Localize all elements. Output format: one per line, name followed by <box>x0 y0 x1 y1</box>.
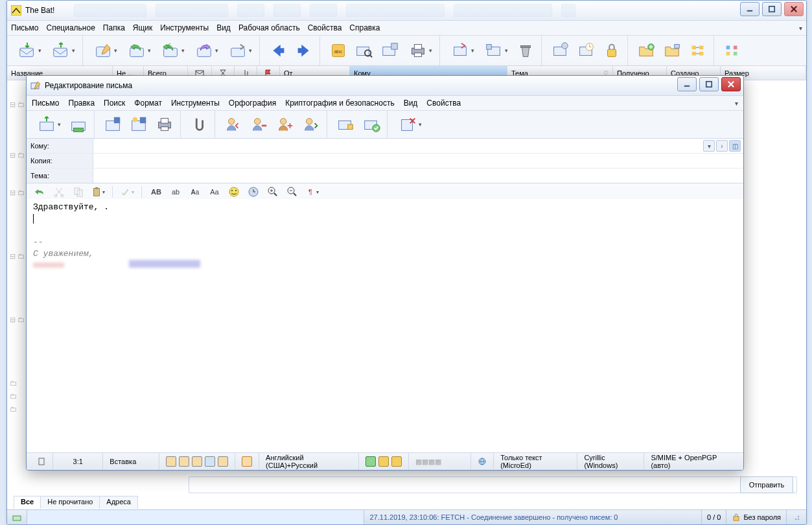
close-button[interactable] <box>784 2 804 16</box>
menu-message[interactable]: Письмо <box>11 23 39 32</box>
forward-button[interactable]: ▾ <box>191 39 222 62</box>
confirm-button[interactable] <box>360 113 383 136</box>
save-draft-button[interactable] <box>101 113 124 136</box>
reply-all-button[interactable]: ▾ <box>157 39 188 62</box>
next-button[interactable] <box>292 39 316 62</box>
special-chars-button[interactable]: ¶▾ <box>304 184 319 200</box>
emenu-edit[interactable]: Правка <box>69 99 95 108</box>
editor-body[interactable]: Здравствуйте, . -- С уважением, <box>27 199 743 453</box>
scheduler-button[interactable] <box>574 39 597 62</box>
folder-properties-button[interactable] <box>660 39 684 62</box>
emenu-search[interactable]: Поиск <box>104 99 125 108</box>
undo-button[interactable] <box>32 184 47 200</box>
cut-button[interactable] <box>51 184 67 200</box>
privacy-button[interactable] <box>600 39 623 62</box>
es-account[interactable]: ▩▩▩▩ <box>409 453 471 470</box>
menu-help[interactable]: Справка <box>349 23 380 32</box>
copy-button[interactable] <box>71 184 86 200</box>
find-message-button[interactable] <box>353 39 376 62</box>
spellcheck-button[interactable]: ▾ <box>119 184 135 200</box>
zoom-in-button[interactable] <box>265 184 281 200</box>
recipient-prev-button[interactable] <box>222 113 245 136</box>
es-spell-icon[interactable] <box>235 453 259 470</box>
minimize-button[interactable] <box>740 2 760 16</box>
download-mail-button[interactable]: ▾ <box>14 39 45 62</box>
next-header-button[interactable]: › <box>716 140 728 152</box>
unread-toggle-button[interactable]: ▾ <box>447 39 478 62</box>
tab-unread[interactable]: Не прочитано <box>40 496 100 509</box>
es-mode[interactable]: Вставка <box>103 453 159 470</box>
to-field[interactable] <box>93 139 701 153</box>
recipient-remove-button[interactable] <box>248 113 271 136</box>
new-message-button[interactable]: ▾ <box>89 39 121 62</box>
menu-options[interactable]: Свойства <box>308 23 342 32</box>
datetime-button[interactable] <box>246 184 261 200</box>
menu-special[interactable]: Специальное <box>47 23 95 32</box>
recipient-next-button[interactable] <box>299 113 323 136</box>
maximize-button[interactable] <box>762 2 782 16</box>
quick-reply-input[interactable] <box>189 476 797 493</box>
new-folder-button[interactable] <box>634 39 658 62</box>
uppercase-button[interactable]: AB <box>148 184 164 200</box>
emoji-button[interactable] <box>226 184 242 200</box>
sorting-office-button[interactable] <box>548 39 572 62</box>
menu-folder[interactable]: Папка <box>103 23 125 32</box>
tab-addr[interactable]: Адреса <box>99 496 138 509</box>
emenu-options[interactable]: Свойства <box>426 99 461 108</box>
view-layout-button[interactable] <box>686 39 710 62</box>
paste-button[interactable]: ▾ <box>90 184 106 200</box>
attach-button[interactable] <box>187 113 211 136</box>
editor-menu-chevron[interactable]: ▾ <box>735 100 738 107</box>
es-lang[interactable]: Английский (США)+Русский <box>259 453 359 470</box>
expand-header-button[interactable]: ▾ <box>703 140 715 152</box>
zoom-out-button[interactable] <box>284 184 300 200</box>
lowercase-button[interactable]: ab <box>168 184 183 200</box>
es-format[interactable]: Только текст (MicroEd) <box>494 453 577 470</box>
menu-workspace[interactable]: Рабочая область <box>238 23 300 32</box>
es-align-icons[interactable] <box>159 453 235 470</box>
send-now-button[interactable]: ▾ <box>33 113 64 136</box>
redirect-button[interactable]: ▾ <box>224 39 255 62</box>
status-lock[interactable]: Без пароля <box>726 510 787 524</box>
emenu-view[interactable]: Вид <box>404 99 418 108</box>
emenu-spell[interactable]: Орфография <box>229 99 276 108</box>
menu-mailbox[interactable]: Ящик <box>133 23 153 32</box>
emenu-format[interactable]: Формат <box>134 99 162 108</box>
emenu-tools[interactable]: Инструменты <box>171 99 220 108</box>
cancel-button[interactable]: ▾ <box>394 113 425 136</box>
es-globe-icon[interactable] <box>471 453 494 470</box>
capitalize-button[interactable]: Aa <box>187 184 203 200</box>
emenu-crypto[interactable]: Криптография и безопасность <box>285 99 394 108</box>
menu-tools[interactable]: Инструменты <box>160 23 209 32</box>
es-crypto[interactable]: S/MIME + OpenPGP (авто) <box>644 453 739 470</box>
address-book-button[interactable]: abc <box>327 39 350 62</box>
editor-print-button[interactable] <box>153 113 176 136</box>
menu-chevron[interactable]: ▾ <box>799 25 802 32</box>
invertcase-button[interactable]: Aa <box>207 184 222 200</box>
view-source-button[interactable] <box>378 39 402 62</box>
addressbook-header-button[interactable]: ◫ <box>729 140 741 152</box>
reply-button[interactable]: ▾ <box>123 39 154 62</box>
queue-button[interactable] <box>67 113 90 136</box>
status-resize-grip[interactable] <box>787 510 806 524</box>
tab-all[interactable]: Все <box>14 496 41 509</box>
previous-button[interactable] <box>266 39 290 62</box>
es-crypto-icons[interactable] <box>359 453 409 470</box>
park-toggle-button[interactable]: ▾ <box>480 39 511 62</box>
send-mail-button[interactable]: ▾ <box>47 39 78 62</box>
delete-button[interactable] <box>514 39 537 62</box>
editor-close-button[interactable] <box>721 77 741 91</box>
send-button[interactable]: Отправить <box>740 476 793 493</box>
customize-button[interactable] <box>721 39 744 62</box>
emenu-message[interactable]: Письмо <box>32 99 60 108</box>
subject-field[interactable] <box>93 169 743 183</box>
menu-view[interactable]: Вид <box>216 23 231 32</box>
es-encoding[interactable]: Cyrillic (Windows) <box>577 453 644 470</box>
save-as-button[interactable] <box>127 113 150 136</box>
sign-button[interactable] <box>334 113 357 136</box>
recipient-add-button[interactable] <box>273 113 297 136</box>
editor-maximize-button[interactable] <box>699 77 719 91</box>
editor-minimize-button[interactable] <box>677 77 697 91</box>
cc-field[interactable] <box>93 154 743 168</box>
print-button[interactable]: ▾ <box>404 39 435 62</box>
